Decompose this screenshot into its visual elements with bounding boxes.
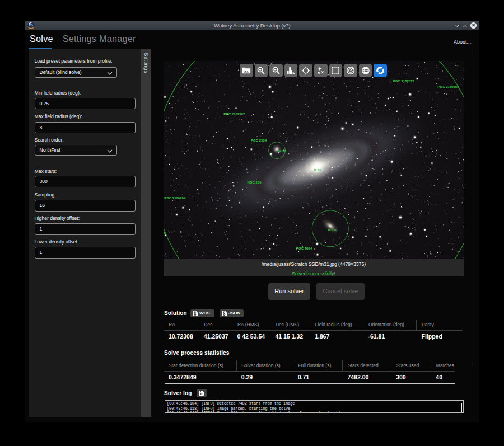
svg-text:PGC 2162367: PGC 2162367 <box>223 112 245 116</box>
svg-text:PGC 2189655: PGC 2189655 <box>438 85 460 88</box>
svg-text:M 32: M 32 <box>279 149 287 153</box>
svg-text:PGC 2160264: PGC 2160264 <box>164 196 186 200</box>
svg-text:M 110: M 110 <box>328 228 338 232</box>
svg-text:08: 08 <box>164 231 166 234</box>
svg-text:PGC 2804: PGC 2804 <box>296 247 312 250</box>
svg-text:M 31: M 31 <box>314 168 321 172</box>
svg-text:NGC 206: NGC 206 <box>248 181 262 184</box>
svg-text:PGC 2182572: PGC 2182572 <box>393 79 415 83</box>
svg-text:PGC 2584: PGC 2584 <box>251 139 267 142</box>
